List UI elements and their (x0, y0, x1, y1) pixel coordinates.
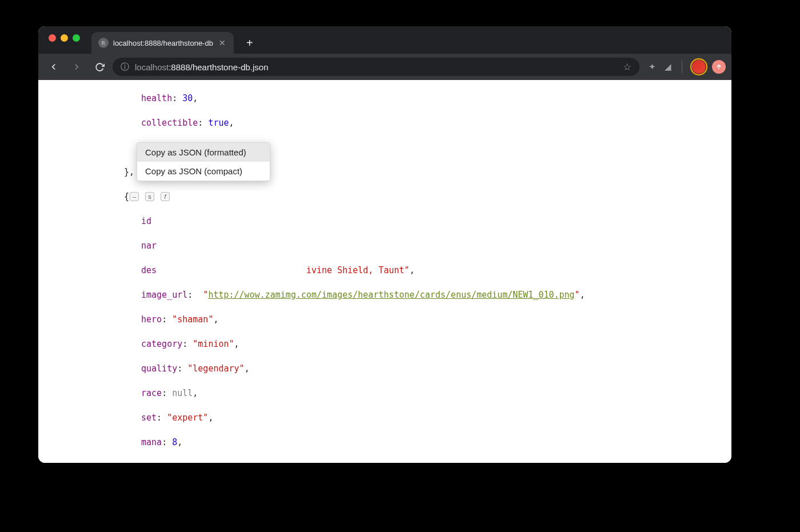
maximize-window-button[interactable] (73, 34, 80, 42)
json-key: image_url (141, 290, 187, 300)
copy-json-compact-menuitem[interactable]: Copy as JSON (compact) (137, 162, 270, 181)
json-key: des (141, 265, 157, 275)
json-key: set (141, 413, 157, 423)
copy-json-formatted-menuitem[interactable]: Copy as JSON (formatted) (137, 143, 270, 162)
json-key: id (141, 216, 151, 226)
json-number: 8 (172, 437, 177, 447)
site-info-icon[interactable]: ⓘ (121, 62, 129, 73)
json-key: mana (141, 437, 162, 447)
json-string: ivine Shield, Taunt" (306, 265, 410, 275)
url-text: localhost:8888/hearthstone-db.json (135, 62, 269, 72)
traffic-lights (43, 26, 86, 42)
page-content[interactable]: health: 30, collectible: true, effect_li… (38, 80, 731, 463)
json-string: "legendary" (187, 363, 244, 374)
json-number: 30 (182, 93, 193, 103)
update-button[interactable] (712, 60, 726, 74)
json-string: "minion" (193, 339, 234, 349)
reload-button[interactable] (90, 57, 109, 77)
new-tab-button[interactable]: + (242, 35, 258, 51)
json-url-link[interactable]: http://wow.zamimg.com/images/hearthstone… (208, 290, 574, 300)
collapse-toggle[interactable]: – (130, 192, 139, 201)
json-string: "shaman" (172, 314, 213, 325)
json-key: attack (141, 462, 172, 463)
json-key: nar (141, 241, 157, 251)
toolbar-divider (682, 61, 682, 73)
json-viewer: health: 30, collectible: true, effect_li… (38, 80, 731, 463)
tab-title: localhost:8888/hearthstone-db (113, 39, 213, 47)
sort-toggle[interactable]: s (145, 192, 154, 201)
json-key: race (141, 388, 162, 398)
forward-button[interactable] (67, 57, 86, 77)
tab-favicon: ⎘ (98, 38, 109, 48)
address-bar[interactable]: ⓘ localhost:8888/hearthstone-db.json ☆ (113, 58, 639, 76)
json-bool: true (208, 118, 229, 128)
minimize-window-button[interactable] (61, 34, 68, 42)
close-tab-button[interactable]: ✕ (218, 38, 227, 47)
json-key: collectible (141, 118, 198, 128)
bookmark-star-icon[interactable]: ☆ (623, 61, 631, 73)
json-null: null (172, 388, 193, 398)
json-key: hero (141, 314, 162, 325)
extensions-area: ✦ ◢ (643, 58, 726, 75)
tab-strip: ⎘ localhost:8888/hearthstone-db ✕ + (38, 26, 731, 54)
json-key: quality (141, 363, 177, 374)
profile-button[interactable] (690, 58, 707, 75)
json-number: 3 (182, 462, 187, 463)
avatar (692, 60, 706, 74)
extension-puzzle-icon[interactable]: ✦ (646, 61, 658, 73)
back-button[interactable] (44, 57, 63, 77)
context-menu: Copy as JSON (formatted) Copy as JSON (c… (137, 142, 270, 181)
json-key: category (141, 339, 182, 349)
extension-icon[interactable]: ◢ (662, 61, 674, 73)
filter-toggle[interactable]: f (161, 192, 170, 201)
json-string: "expert" (167, 413, 208, 423)
close-window-button[interactable] (49, 34, 56, 42)
browser-toolbar: ⓘ localhost:8888/hearthstone-db.json ☆ ✦… (38, 54, 731, 80)
browser-window: ⎘ localhost:8888/hearthstone-db ✕ + ⓘ lo… (38, 26, 731, 463)
browser-tab[interactable]: ⎘ localhost:8888/hearthstone-db ✕ (91, 32, 234, 54)
json-key: health (141, 93, 172, 103)
